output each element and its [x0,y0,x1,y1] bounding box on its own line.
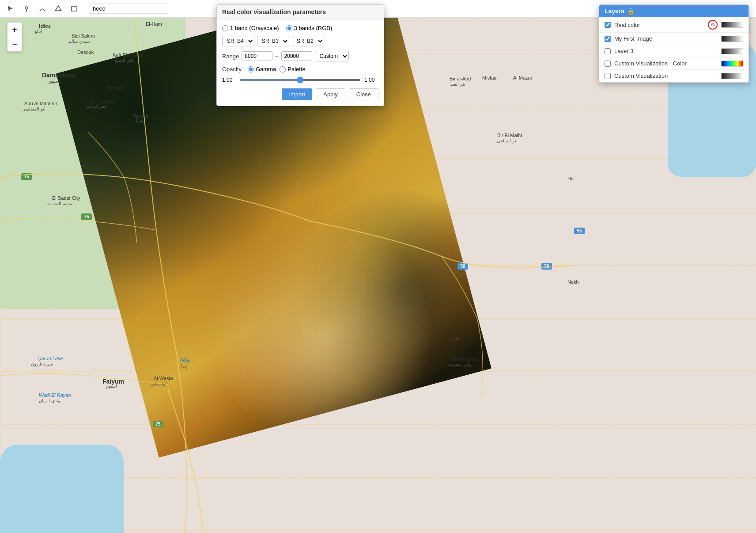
lock-icon: 🔒 [627,8,635,15]
band-1-label: 1 band (Grayscale) [230,25,279,31]
search-input[interactable] [89,4,168,14]
band-dropdowns-row: SR_B4SR_B3SR_B2SR_B1 SR_B3SR_B4SR_B2SR_B… [222,36,378,46]
viz-dialog: Real color visualization parameters 1 ba… [216,4,384,106]
band-1-radio[interactable] [222,25,228,31]
range-separator: – [275,53,278,60]
palette-radio[interactable] [280,66,286,72]
road-badge-50-2: 50 [541,263,552,270]
palette-val: 1.00 [364,77,378,83]
svg-rect-2 [72,7,77,11]
dialog-buttons: Import Apply Close [222,88,378,100]
gamma-label: Gamma [256,66,276,72]
range-min-input[interactable] [242,51,272,61]
band-g-select[interactable]: SR_B3SR_B4SR_B2SR_B1 [257,36,289,46]
road-badge-75-2: 75 [81,213,92,220]
layer-swatch-layer-3 [721,48,743,54]
layer-swatch-custom-viz [721,73,743,79]
layer-checkbox-real-color[interactable] [605,22,611,28]
layer-gear-real-color[interactable]: ⚙ [708,20,718,30]
layer-swatch-my-first-image [721,36,743,42]
road-badge-75-1: 75 [21,173,32,180]
viz-dialog-title: Real color visualization parameters [217,5,384,19]
zoom-in-button[interactable]: + [8,23,22,37]
band-b-select[interactable]: SR_B2SR_B3SR_B4SR_B1 [292,36,324,46]
layer-swatch-custom-viz-color [721,61,743,67]
palette-label: Palette [287,66,305,72]
layer-checkbox-custom-viz-color[interactable] [605,61,611,67]
qarun-lake: Qarun Lake [38,356,63,361]
layer-item-custom-viz[interactable]: Custom Visualization [599,70,748,82]
palette-option[interactable]: Palette [280,66,305,72]
rectangle-tool[interactable] [67,2,81,16]
import-button[interactable]: Import [282,88,312,100]
svg-marker-1 [55,6,61,11]
city-bir-abd: Bir al-Abd [450,76,471,81]
layer-checkbox-layer-3[interactable] [605,48,611,54]
apply-button[interactable]: Apply [316,88,345,100]
city-bir-malhi-arabic: بئر المالحي [497,138,518,143]
opacity-row: Opacity Gamma Palette [222,66,378,72]
polygon-tool[interactable] [51,2,65,16]
layer-swatch-real-color [721,22,743,28]
gamma-slider[interactable] [240,79,361,81]
layer-name-layer-3: Layer 3 [614,48,718,54]
band-r-select[interactable]: SR_B4SR_B3SR_B2SR_B1 [222,36,254,46]
pin-tool[interactable] [19,2,34,16]
layer-checkbox-custom-viz[interactable] [605,73,611,79]
gamma-option[interactable]: Gamma [248,66,276,72]
city-nekh: Nekh [567,279,579,285]
qarun-lake-arabic: بحيرة قارون [31,362,53,366]
layer-name-real-color: Real color [614,22,704,28]
city-bir-abd-arabic: بئر العبد [450,82,465,87]
band-selection-row: 1 band (Grayscale) 3 bands (RGB) [222,25,378,31]
gamma-val: 1.00 [222,77,236,83]
layer-name-my-first-image: My First Image [614,35,718,42]
range-max-input[interactable] [281,51,312,61]
wadi-rayan: Wadi El Rayan [39,392,71,398]
layers-header: Layers 🔒 [599,5,748,17]
viz-dialog-body: 1 band (Grayscale) 3 bands (RGB) SR_B4SR… [217,19,384,106]
close-button[interactable]: Close [349,88,378,100]
city-misfaq: Misfaq [482,75,496,80]
band-3-label: 3 bands (RGB) [294,25,333,31]
layer-checkbox-my-first-image[interactable] [605,36,611,42]
sliders-row: 1.00 1.00 [222,77,378,83]
city-faiyum: Faiyum [102,378,124,385]
road-badge-55: 55 [574,228,585,234]
city-faiyum-arabic: الفيوم [106,384,117,388]
layers-panel: Layers 🔒 Real color ⚙ My First Image Lay… [599,4,749,83]
layers-title: Layers [605,8,624,15]
layer-item-custom-viz-color[interactable]: Custom Visualization - Color [599,57,748,70]
band-3-option[interactable]: 3 bands (RGB) [286,25,333,31]
toolbar-separator [85,4,85,14]
range-label: Range [222,53,239,60]
opacity-label: Opacity [222,66,244,72]
svg-point-0 [25,7,28,9]
path-tool[interactable] [35,2,49,16]
range-row: Range – CustomAuto1 sigma2 sigma3 sigma [222,51,378,61]
layer-item-real-color[interactable]: Real color ⚙ [599,17,748,33]
road-badge-50-1: 50 [457,263,468,270]
layer-name-custom-viz-color: Custom Visualization - Color [614,60,718,67]
range-type-select[interactable]: CustomAuto1 sigma2 sigma3 sigma [315,51,349,61]
band-3-radio[interactable] [286,25,292,31]
layer-name-custom-viz: Custom Visualization [614,72,718,79]
wadi-rayan-arabic: وادي الريان [39,398,60,403]
layer-item-layer-3[interactable]: Layer 3 [599,45,748,57]
city-ha: Ha [567,176,574,181]
map-water-bottom [0,445,124,533]
gamma-radio[interactable] [248,66,254,72]
layer-item-my-first-image[interactable]: My First Image [599,33,748,45]
city-bir-malhi: Bir El Malhi [497,133,522,138]
cursor-tool[interactable] [4,2,18,16]
road-badge-75-3: 75 [153,421,163,427]
city-al-mazar: Al Mazar [513,75,532,80]
band-1-option[interactable]: 1 band (Grayscale) [222,25,279,31]
zoom-controls: + − [7,22,22,52]
zoom-out-button[interactable]: − [8,37,22,51]
